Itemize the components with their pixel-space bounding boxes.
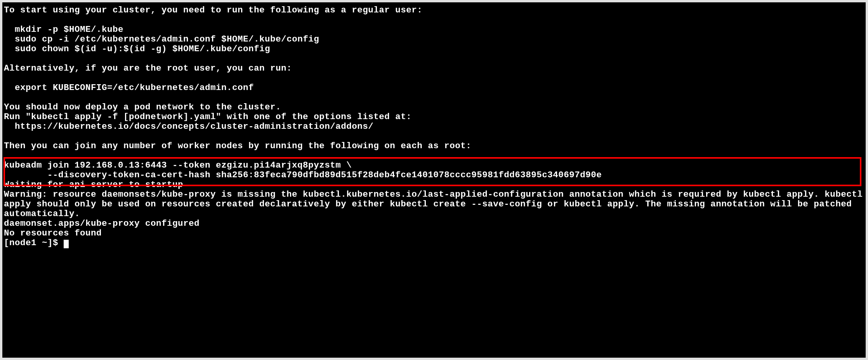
terminal-output: To start using your cluster, you need to… <box>2 2 866 251</box>
kubeadm-join-line2: --discovery-token-ca-cert-hash sha256:83… <box>4 170 607 180</box>
terminal-window[interactable]: To start using your cluster, you need to… <box>0 0 868 360</box>
shell-prompt[interactable]: [node1 ~]$ <box>4 238 64 248</box>
output-line: daemonset.apps/kube-proxy configured <box>4 218 200 228</box>
output-line: You should now deploy a pod network to t… <box>4 102 281 112</box>
output-line: No resources found <box>4 228 102 238</box>
cursor-icon <box>64 240 69 248</box>
output-line: Run "kubectl apply -f [podnetwork].yaml"… <box>4 112 411 122</box>
output-line: Then you can join any number of worker n… <box>4 141 471 151</box>
output-line: export KUBECONFIG=/etc/kubernetes/admin.… <box>4 83 254 93</box>
output-line: sudo chown $(id -u):$(id -g) $HOME/.kube… <box>4 44 270 54</box>
output-line: sudo cp -i /etc/kubernetes/admin.conf $H… <box>4 34 319 44</box>
output-line: To start using your cluster, you need to… <box>4 5 422 15</box>
output-line: https://kubernetes.io/docs/concepts/clus… <box>4 121 373 132</box>
output-line: mkdir -p $HOME/.kube <box>4 24 123 35</box>
output-line: Alternatively, if you are the root user,… <box>4 63 292 73</box>
kubeadm-join-line1: kubeadm join 192.168.0.13:6443 --token e… <box>4 160 352 170</box>
output-line: Waiting for api server to startup <box>4 180 183 190</box>
output-line: Warning: resource daemonsets/kube-proxy … <box>4 189 868 219</box>
